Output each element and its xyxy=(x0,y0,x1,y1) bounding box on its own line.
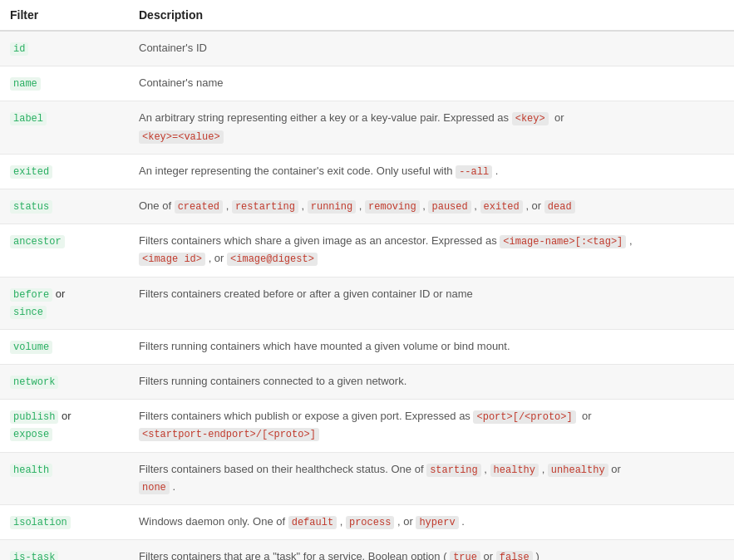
table-row: name Container's name xyxy=(0,66,734,101)
filter-cell: label xyxy=(0,101,129,154)
table-row: exited An integer representing the conta… xyxy=(0,154,734,189)
filter-column-header: Filter xyxy=(0,0,129,31)
filter-cell: before orsince xyxy=(0,277,129,329)
description-cell: Filters running containers which have mo… xyxy=(129,329,734,364)
filter-cell: ancestor xyxy=(0,224,129,277)
description-cell: Windows daemon only. One of default , pr… xyxy=(129,505,734,540)
description-cell: An integer representing the container's … xyxy=(129,154,734,189)
table-row: health Filters containers based on their… xyxy=(0,452,734,504)
description-cell: One of created , restarting , running , … xyxy=(129,189,734,224)
filter-cell: isolation xyxy=(0,505,129,540)
filter-cell: name xyxy=(0,66,129,101)
filter-cell: id xyxy=(0,31,129,66)
description-cell: Container's ID xyxy=(129,31,734,66)
table-row: label An arbitrary string representing e… xyxy=(0,101,734,154)
description-cell: Filters containers based on their health… xyxy=(129,452,734,504)
filter-cell: is-task xyxy=(0,540,129,560)
table-row: isolation Windows daemon only. One of de… xyxy=(0,505,734,540)
table-row: is-task Filters containers that are a "t… xyxy=(0,540,734,560)
filter-cell: network xyxy=(0,365,129,400)
filter-cell: health xyxy=(0,452,129,504)
table-row: volume Filters running containers which … xyxy=(0,329,734,364)
description-cell: Filters containers which publish or expo… xyxy=(129,400,734,452)
description-cell: Filters running containers connected to … xyxy=(129,365,734,400)
table-row: status One of created , restarting , run… xyxy=(0,189,734,224)
table-row: publish orexpose Filters containers whic… xyxy=(0,400,734,452)
table-row: network Filters running containers conne… xyxy=(0,365,734,400)
table-row: id Container's ID xyxy=(0,31,734,66)
table-header-row: Filter Description xyxy=(0,0,734,31)
filter-cell: status xyxy=(0,189,129,224)
filter-cell: exited xyxy=(0,154,129,189)
filter-cell: volume xyxy=(0,329,129,364)
description-cell: Filters containers which share a given i… xyxy=(129,224,734,277)
filters-table: Filter Description id Container's ID nam… xyxy=(0,0,734,560)
description-cell: An arbitrary string representing either … xyxy=(129,101,734,154)
table-row: ancestor Filters containers which share … xyxy=(0,224,734,277)
filter-cell: publish orexpose xyxy=(0,400,129,452)
description-column-header: Description xyxy=(129,0,734,31)
description-cell: Container's name xyxy=(129,66,734,101)
description-cell: Filters containers created before or aft… xyxy=(129,277,734,329)
table-row: before orsince Filters containers create… xyxy=(0,277,734,329)
description-cell: Filters containers that are a "task" for… xyxy=(129,540,734,560)
